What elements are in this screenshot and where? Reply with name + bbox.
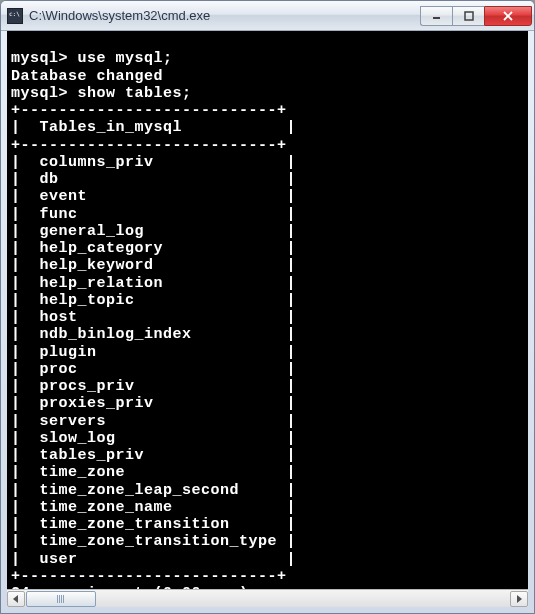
titlebar[interactable]: C:\Windows\system32\cmd.exe: [1, 1, 534, 31]
scroll-left-button[interactable]: [7, 591, 25, 607]
window-controls: [420, 6, 532, 26]
maximize-button[interactable]: [452, 6, 484, 26]
terminal-viewport: mysql> use mysql; Database changed mysql…: [7, 31, 528, 589]
window-title: C:\Windows\system32\cmd.exe: [29, 8, 420, 23]
horizontal-scrollbar[interactable]: [7, 589, 528, 607]
terminal-content[interactable]: mysql> use mysql; Database changed mysql…: [7, 31, 528, 589]
minimize-button[interactable]: [420, 6, 452, 26]
close-button[interactable]: [484, 6, 532, 26]
svg-rect-1: [465, 12, 473, 20]
cmd-icon: [7, 8, 23, 24]
scrollbar-thumb[interactable]: [26, 591, 96, 607]
cmd-window: C:\Windows\system32\cmd.exe mysql> use m…: [0, 0, 535, 614]
svg-marker-4: [13, 595, 18, 603]
scrollbar-track[interactable]: [26, 591, 509, 607]
svg-marker-5: [517, 595, 522, 603]
scroll-right-button[interactable]: [510, 591, 528, 607]
